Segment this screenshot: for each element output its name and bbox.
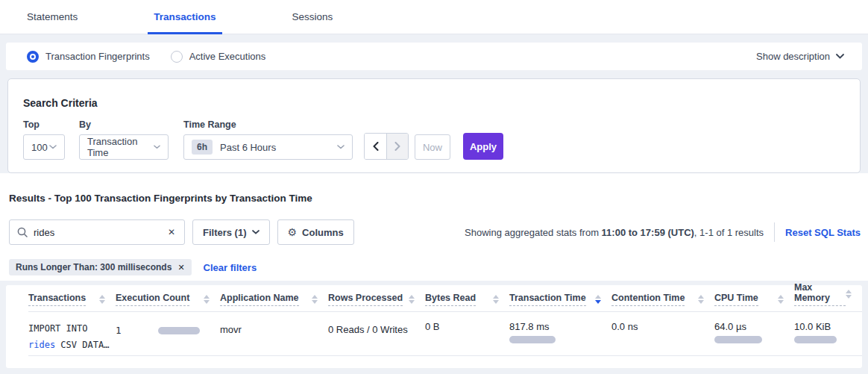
divider	[774, 222, 775, 242]
cell-rows-processed: 0 Reads / 0 Writes	[328, 321, 425, 335]
column-header-application-name[interactable]: Application Name	[220, 293, 328, 306]
results-section: Results - Top 100 Transaction Fingerprin…	[0, 173, 868, 281]
sort-icon[interactable]	[204, 295, 210, 304]
view-mode-band: Transaction Fingerprints Active Executio…	[6, 43, 862, 70]
search-match-highlight: rides	[28, 340, 55, 350]
cell-execution-count: 1	[116, 321, 220, 336]
column-header-contention-time[interactable]: Contention Time	[611, 293, 714, 306]
gear-icon: ⚙	[288, 226, 298, 238]
radio-label: Active Executions	[189, 51, 266, 62]
cell-application-name: movr	[220, 321, 328, 335]
column-header-transactions[interactable]: Transactions	[28, 293, 116, 306]
column-header-rows-processed[interactable]: Rows Processed	[328, 293, 425, 306]
aggregated-stats-text: Showing aggregated stats from 11:00 to 1…	[465, 222, 861, 242]
chevron-down-icon	[337, 145, 345, 149]
radio-unchecked-icon	[171, 51, 183, 63]
tab-sessions[interactable]: Sessions	[286, 0, 339, 34]
apply-button[interactable]: Apply	[463, 133, 503, 160]
search-criteria-title: Search Criteria	[23, 97, 845, 109]
cell-bytes-read: 0 B	[425, 321, 509, 332]
stats-time-range: 11:00 to 17:59 (UTC)	[602, 227, 694, 238]
top-select[interactable]: 100	[23, 134, 65, 160]
radio-checked-icon	[27, 51, 39, 63]
chevron-right-icon	[394, 142, 400, 151]
chevron-down-icon	[836, 54, 844, 59]
previous-time-window-button[interactable]	[365, 134, 386, 159]
sql-activity-tab-bar: Statements Transactions Sessions	[0, 0, 868, 34]
chevron-down-icon	[154, 145, 160, 149]
results-search-box: ✕	[9, 219, 185, 245]
max-memory-bar	[794, 336, 837, 343]
sort-icon[interactable]	[778, 295, 784, 304]
time-range-badge: 6h	[192, 140, 213, 155]
cell-transaction-time: 817.8 ms	[509, 321, 611, 343]
chevron-left-icon	[373, 142, 379, 151]
filter-chip-label: Runs Longer Than: 300 milliseconds	[16, 262, 172, 272]
search-icon	[17, 227, 28, 237]
tab-statements[interactable]: Statements	[21, 0, 84, 34]
show-description-toggle[interactable]: Show description	[756, 51, 844, 62]
clear-search-icon[interactable]: ✕	[166, 227, 177, 237]
cpu-time-bar	[714, 336, 762, 343]
radio-transaction-fingerprints[interactable]: Transaction Fingerprints	[27, 51, 150, 63]
top-select-value: 100	[31, 142, 48, 153]
results-heading: Results - Top 100 Transaction Fingerprin…	[9, 193, 861, 204]
time-range-label: Time Range	[183, 119, 364, 130]
filter-chip-runs-longer-than: Runs Longer Than: 300 milliseconds ✕	[9, 259, 192, 275]
column-header-bytes-read[interactable]: Bytes Read	[425, 293, 509, 306]
next-time-window-button[interactable]	[386, 134, 408, 159]
table-header-row: Transactions Execution Count Application…	[28, 290, 862, 312]
tab-transactions[interactable]: Transactions	[148, 0, 221, 34]
columns-button[interactable]: ⚙ Columns	[277, 219, 354, 245]
remove-filter-icon[interactable]: ✕	[177, 263, 184, 272]
cell-max-memory: 10.0 KiB	[794, 321, 862, 343]
search-criteria-panel: Search Criteria Top 100 By Transaction T…	[7, 78, 861, 173]
column-header-execution-count[interactable]: Execution Count	[116, 293, 220, 306]
radio-label: Transaction Fingerprints	[45, 51, 150, 62]
top-label: Top	[23, 119, 79, 130]
sort-icon-active-desc[interactable]	[595, 295, 601, 304]
execution-count-bar	[158, 327, 200, 334]
cell-contention-time: 0.0 ns	[611, 321, 714, 332]
time-range-value: Past 6 Hours	[220, 142, 276, 153]
by-select[interactable]: Transaction Time	[79, 134, 169, 160]
now-button[interactable]: Now	[415, 134, 450, 160]
sort-icon[interactable]	[493, 295, 499, 304]
sort-icon[interactable]	[312, 295, 318, 304]
cell-cpu-time: 64.0 µs	[714, 321, 794, 343]
column-header-max-memory[interactable]: Max Memory	[794, 282, 862, 306]
columns-label: Columns	[302, 227, 344, 238]
sort-icon[interactable]	[99, 295, 105, 304]
show-description-label: Show description	[756, 51, 830, 62]
by-label: By	[79, 119, 183, 130]
time-window-arrows	[364, 133, 409, 160]
column-header-transaction-time[interactable]: Transaction Time	[509, 293, 611, 306]
transaction-fingerprint-link[interactable]: IMPORT INTO rides CSV DATA…	[28, 321, 116, 353]
by-select-value: Transaction Time	[87, 136, 154, 158]
transactions-table: Transactions Execution Count Application…	[6, 285, 862, 368]
chevron-down-icon	[49, 145, 57, 149]
transaction-time-bar	[509, 336, 556, 343]
filters-label: Filters (1)	[203, 227, 247, 238]
sort-icon[interactable]	[698, 295, 704, 304]
table-row: IMPORT INTO rides CSV DATA… 1 movr 0 Rea…	[28, 312, 862, 356]
search-input[interactable]	[34, 227, 166, 238]
column-header-cpu-time[interactable]: CPU Time	[714, 293, 794, 306]
time-range-select[interactable]: 6h Past 6 Hours	[183, 134, 353, 160]
sort-icon[interactable]	[409, 295, 415, 304]
filters-button[interactable]: Filters (1)	[192, 219, 270, 245]
chevron-down-icon	[252, 230, 260, 234]
radio-active-executions[interactable]: Active Executions	[171, 51, 266, 63]
clear-filters-link[interactable]: Clear filters	[204, 262, 257, 273]
sort-icon[interactable]	[846, 290, 852, 299]
reset-sql-stats-link[interactable]: Reset SQL Stats	[785, 227, 861, 238]
